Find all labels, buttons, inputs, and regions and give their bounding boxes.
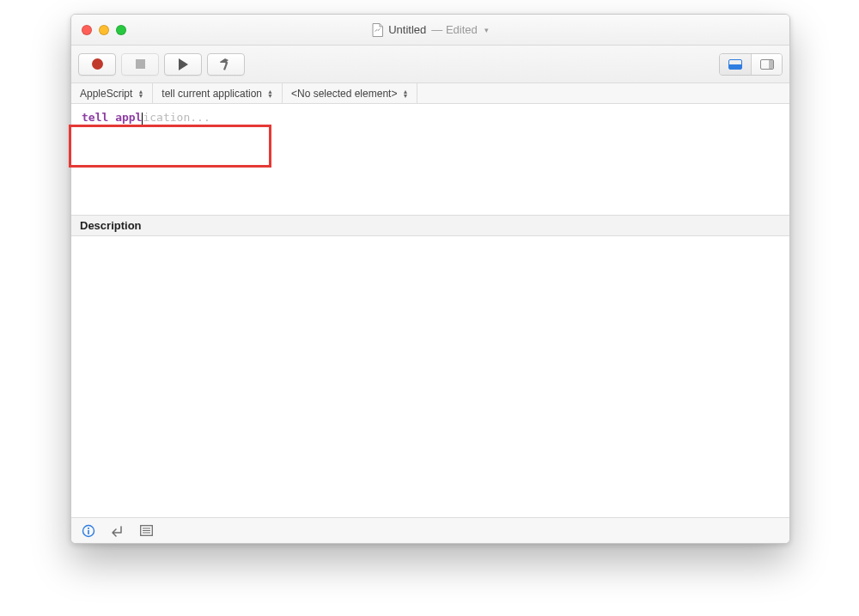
text-cursor [142, 113, 143, 125]
stepper-icon: ▲▼ [267, 89, 273, 98]
zoom-button[interactable] [116, 25, 126, 35]
accessory-description-button[interactable] [82, 524, 95, 538]
titlebar: Untitled — Edited ▾ [71, 15, 789, 46]
accessory-result-button[interactable] [111, 525, 125, 537]
nav-language-selector[interactable]: AppleScript ▲▼ [71, 83, 153, 103]
pane-bottom-button[interactable] [720, 54, 751, 75]
pane-right-button[interactable] [751, 54, 782, 75]
navigation-bar: AppleScript ▲▼ tell current application … [71, 83, 789, 104]
chevron-down-icon: ▾ [484, 26, 489, 34]
compile-button[interactable] [207, 53, 245, 76]
toolbar [71, 46, 789, 83]
edited-label: — Edited [431, 23, 477, 36]
log-icon [140, 525, 153, 536]
nav-scope-selector[interactable]: tell current application ▲▼ [153, 83, 283, 103]
document-icon [372, 23, 383, 37]
play-icon [179, 58, 188, 70]
nav-selection-label: <No selected element> [291, 88, 397, 100]
code-typed: appl [108, 111, 142, 124]
info-icon [82, 524, 95, 538]
stop-icon [136, 59, 145, 69]
script-editor-window: Untitled — Edited ▾ [70, 14, 790, 544]
nav-language-label: AppleScript [80, 88, 132, 100]
bottom-bar [71, 517, 789, 543]
svg-point-2 [88, 527, 89, 528]
hammer-icon [218, 58, 234, 71]
nav-selection-selector[interactable]: <No selected element> ▲▼ [283, 83, 417, 103]
code-keyword: tell [82, 111, 108, 124]
title-text: Untitled [388, 23, 426, 36]
accessory-log-button[interactable] [140, 525, 153, 536]
toolbar-run-group [78, 53, 245, 76]
description-body[interactable] [71, 236, 789, 517]
window-title[interactable]: Untitled — Edited ▾ [71, 23, 789, 37]
description-header-label: Description [80, 219, 142, 232]
nav-scope-label: tell current application [161, 88, 262, 100]
return-icon [111, 525, 125, 537]
pane-right-icon [760, 59, 774, 70]
minimize-button[interactable] [99, 25, 109, 35]
code-completion: ication... [143, 111, 210, 124]
svg-rect-0 [223, 62, 228, 70]
record-button[interactable] [78, 53, 116, 76]
stepper-icon: ▲▼ [137, 89, 143, 98]
svg-rect-3 [88, 530, 89, 534]
pane-bottom-icon [728, 59, 742, 70]
stop-button[interactable] [121, 53, 159, 76]
toolbar-pane-segment [719, 53, 783, 76]
stepper-icon: ▲▼ [402, 89, 408, 98]
window-controls [71, 25, 126, 35]
code-line: tell application... [82, 111, 210, 124]
record-icon [92, 58, 103, 70]
script-editor-area[interactable]: tell application... [71, 104, 789, 216]
description-header: Description [71, 216, 789, 236]
close-button[interactable] [82, 25, 92, 35]
run-button[interactable] [164, 53, 202, 76]
